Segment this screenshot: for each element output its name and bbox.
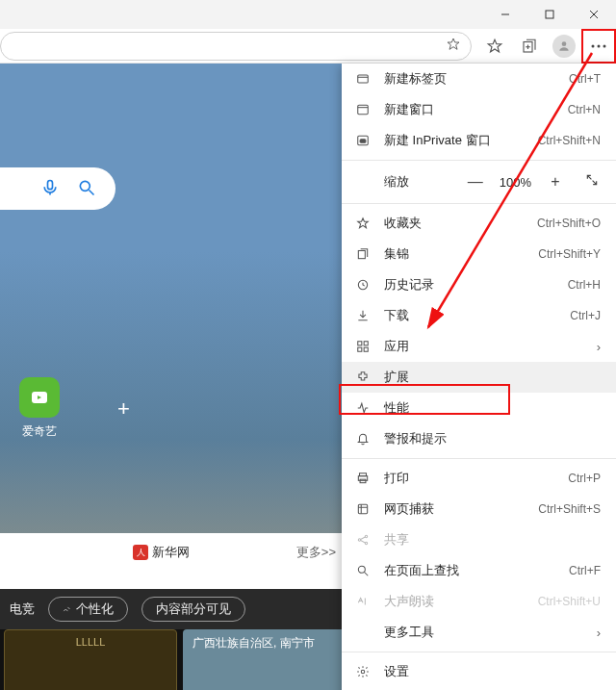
window-titlebar <box>0 0 616 29</box>
capture-icon <box>355 501 371 517</box>
reading-list-icon[interactable] <box>446 37 461 55</box>
menu-print[interactable]: 打印Ctrl+P <box>342 463 616 494</box>
profile-button[interactable] <box>547 29 581 64</box>
address-bar[interactable] <box>0 32 472 61</box>
menu-find[interactable]: 在页面上查找Ctrl+F <box>342 555 616 586</box>
svg-rect-35 <box>358 504 367 513</box>
more-menu-button[interactable] <box>581 29 616 64</box>
links-row-2b: 人新华网 更多>> <box>0 533 342 572</box>
svg-rect-29 <box>364 342 368 345</box>
inprivate-icon <box>355 133 371 148</box>
menu-alerts[interactable]: 警报和提示 <box>342 423 616 454</box>
visibility-button[interactable]: 内容部分可见 <box>141 597 245 622</box>
svg-point-41 <box>361 670 365 674</box>
svg-point-38 <box>365 542 367 544</box>
svg-line-40 <box>365 573 369 576</box>
svg-rect-30 <box>358 347 362 351</box>
print-icon <box>355 471 371 486</box>
svg-point-36 <box>358 539 360 541</box>
link-more[interactable]: 更多>> <box>296 544 336 561</box>
menu-history[interactable]: 历史记录Ctrl+H <box>342 269 616 300</box>
menu-apps[interactable]: 应用› <box>342 331 616 362</box>
menu-share: 共享 <box>342 524 616 555</box>
svg-point-10 <box>562 41 567 46</box>
collections-icon[interactable] <box>512 29 547 64</box>
menu-new-tab[interactable]: 新建标签页Ctrl+T <box>342 64 616 94</box>
svg-marker-5 <box>488 39 501 52</box>
svg-rect-14 <box>48 180 53 189</box>
svg-point-13 <box>603 44 606 47</box>
history-icon <box>355 277 371 293</box>
svg-rect-28 <box>358 342 362 345</box>
menu-performance[interactable]: 性能 <box>342 393 616 423</box>
chevron-right-icon: › <box>597 340 601 354</box>
feed-card-1[interactable]: LLLLL <box>4 629 177 690</box>
menu-settings[interactable]: 设置 <box>342 656 616 687</box>
star-icon <box>355 216 371 231</box>
menu-separator <box>342 203 616 204</box>
share-icon <box>355 532 371 548</box>
menu-separator <box>342 160 616 161</box>
favorites-icon[interactable] <box>477 29 512 64</box>
personalize-button[interactable]: 个性化 <box>48 597 128 622</box>
menu-zoom: 缩放 — 100% + <box>342 165 616 199</box>
voice-icon[interactable] <box>40 178 60 200</box>
iqiyi-icon <box>19 377 60 418</box>
svg-rect-24 <box>360 140 366 143</box>
svg-marker-25 <box>358 218 369 228</box>
svg-point-39 <box>358 566 365 573</box>
extensions-icon <box>355 370 371 385</box>
tile-iqiyi[interactable]: 爱奇艺 <box>19 377 60 440</box>
svg-point-11 <box>592 44 595 47</box>
menu-separator <box>342 652 616 652</box>
quick-tiles: 爱奇艺 + <box>19 377 130 440</box>
search-bar[interactable] <box>0 167 116 210</box>
find-icon <box>355 563 371 578</box>
menu-extensions[interactable]: 扩展 <box>342 362 616 393</box>
minimize-button[interactable] <box>483 0 527 29</box>
fullscreen-button[interactable] <box>579 173 604 191</box>
close-window-button[interactable] <box>572 0 616 29</box>
zoom-out-button[interactable]: — <box>463 173 488 191</box>
xinhua-icon: 人 <box>133 545 148 560</box>
menu-read-aloud: 大声朗读Ctrl+Shift+U <box>342 586 616 617</box>
menu-separator <box>342 458 616 459</box>
feed-category[interactable]: 电竞 <box>10 601 35 618</box>
svg-rect-31 <box>364 347 368 351</box>
read-aloud-icon <box>355 594 371 609</box>
add-tile-button[interactable]: + <box>117 396 130 422</box>
settings-menu: 新建标签页Ctrl+T 新建窗口Ctrl+N 新建 InPrivate 窗口Ct… <box>342 64 616 690</box>
menu-collections[interactable]: 集锦Ctrl+Shift+Y <box>342 239 616 269</box>
new-window-icon <box>355 102 371 117</box>
svg-point-12 <box>598 44 601 47</box>
bell-icon <box>355 431 371 447</box>
svg-rect-26 <box>358 251 365 259</box>
svg-rect-34 <box>360 479 366 483</box>
svg-rect-21 <box>358 105 369 114</box>
svg-rect-19 <box>358 75 369 83</box>
collections-icon <box>355 246 371 262</box>
new-tab-icon <box>355 71 371 87</box>
svg-point-15 <box>80 181 90 191</box>
link-xinhua[interactable]: 人新华网 <box>133 544 190 561</box>
chevron-right-icon: › <box>597 626 601 640</box>
zoom-value: 100% <box>500 175 531 190</box>
svg-rect-1 <box>546 11 553 18</box>
gear-icon <box>355 664 371 679</box>
menu-capture[interactable]: 网页捕获Ctrl+Shift+S <box>342 494 616 524</box>
svg-line-16 <box>90 190 94 194</box>
svg-point-37 <box>365 535 367 537</box>
menu-favorites[interactable]: 收藏夹Ctrl+Shift+O <box>342 208 616 239</box>
menu-new-inprivate[interactable]: 新建 InPrivate 窗口Ctrl+Shift+N <box>342 125 616 156</box>
svg-marker-4 <box>448 38 459 49</box>
tile-label: 爱奇艺 <box>22 423 57 440</box>
search-icon[interactable] <box>77 178 96 200</box>
menu-downloads[interactable]: 下载Ctrl+J <box>342 300 616 331</box>
apps-icon <box>355 339 371 354</box>
menu-new-window[interactable]: 新建窗口Ctrl+N <box>342 94 616 125</box>
performance-icon <box>355 400 371 416</box>
menu-more-tools[interactable]: 更多工具› <box>342 617 616 648</box>
browser-toolbar <box>0 29 616 64</box>
zoom-in-button[interactable]: + <box>543 173 568 191</box>
maximize-button[interactable] <box>527 0 572 29</box>
